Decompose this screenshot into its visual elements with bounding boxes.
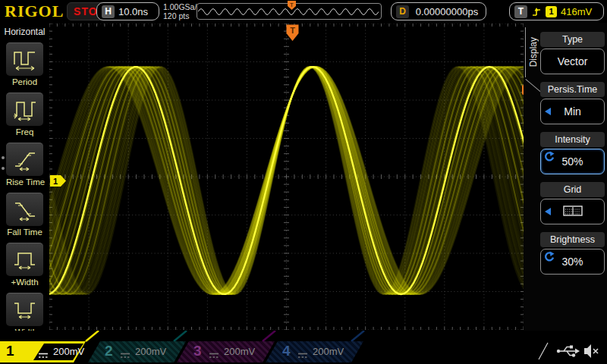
menu-item-value-type[interactable]: Vector (540, 49, 605, 74)
fall-time-icon (6, 193, 43, 226)
delay-box[interactable]: D 0.00000000ps (391, 2, 486, 20)
channel-scale: 200mV (224, 346, 255, 357)
channel-status-bar: 1 200mV 2 200mV 3 200mV (0, 331, 607, 364)
svg-text:T: T (290, 2, 294, 8)
menu-item-value-brightness[interactable]: 30% (540, 249, 605, 275)
minus-width-icon (6, 293, 43, 326)
period-icon (6, 42, 43, 76)
memory-depth: 120 pts (163, 11, 201, 20)
coupling-icon (297, 348, 308, 362)
freq-icon (6, 93, 43, 126)
acquisition-info: 1.00GSa/s 120 pts (163, 2, 201, 20)
menu-item-value-grid[interactable] (540, 199, 605, 224)
trigger-source-badge: 1 (546, 6, 557, 17)
menu-item-persistence: Persis.Time Min (540, 82, 605, 124)
top-bar: RIGOL STOP H 10.0ns 1.00GSa/s 120 pts T … (0, 0, 607, 23)
menu-button-label: +Width (6, 276, 43, 287)
trigger-level-value: 416mV (561, 6, 592, 17)
channel-number: 4 (282, 343, 291, 359)
menu-tab-display: Display (525, 27, 540, 77)
left-sidebar: Horizontal Period Freq (0, 23, 49, 341)
trigger-position-marker-mini[interactable]: T (287, 0, 297, 11)
channel-scale: 200mV (135, 346, 166, 357)
status-divider (539, 343, 548, 359)
menu-item-brightness: Brightness 30% (540, 232, 605, 275)
menu-item-label: Grid (540, 182, 605, 197)
horizontal-badge: H (102, 5, 115, 18)
channel-tab-2[interactable]: 2 200mV (88, 341, 187, 362)
channel-tab-3[interactable]: 3 200mV (177, 341, 276, 362)
coupling-icon (38, 348, 49, 362)
channel-tab-slants (72, 331, 376, 342)
menu-item-type: Type Vector (540, 32, 605, 74)
menu-button-rise-time[interactable]: Rise Time (6, 143, 43, 187)
channel-scale: 200mV (53, 346, 84, 357)
channel-scale: 200mV (313, 346, 344, 357)
speaker-muted-icon (584, 344, 598, 358)
svg-text:1: 1 (53, 177, 58, 186)
delay-badge: D (396, 5, 409, 18)
channel-number: 1 (6, 343, 14, 359)
menu-button-plus-width[interactable]: +Width (6, 243, 43, 287)
menu-item-label: Intensity (540, 132, 605, 147)
trigger-position-marker[interactable]: T (286, 24, 299, 45)
svg-text:T: T (290, 26, 295, 35)
scope-screen[interactable] (49, 24, 524, 330)
menu-button-freq[interactable]: Freq (6, 93, 43, 136)
grid-icon (563, 206, 583, 218)
status-icons (536, 341, 602, 364)
menu-item-label: Brightness (540, 232, 605, 247)
chevron-left-icon (545, 108, 551, 115)
trigger-badge: T (514, 5, 527, 18)
menu-page-dot (2, 167, 5, 170)
menu-button-label: Rise Time (6, 176, 43, 187)
menu-button-fall-time[interactable]: Fall Time (6, 193, 43, 237)
menu-page-dot (2, 156, 5, 159)
timebase-value: 10.0ns (118, 6, 148, 17)
brand-logo: RIGOL (5, 2, 64, 21)
chevron-left-icon (545, 208, 551, 215)
channel-number: 3 (193, 343, 202, 359)
rise-time-icon (6, 143, 43, 176)
knob-rotate-icon (543, 151, 555, 165)
rising-edge-icon (531, 5, 542, 18)
menu-item-label: Persis.Time (540, 82, 605, 97)
menu-item-value-persistence[interactable]: Min (540, 99, 605, 124)
display-tab-divider (525, 79, 541, 92)
oscilloscope-ui: RIGOL STOP H 10.0ns 1.00GSa/s 120 pts T … (0, 0, 607, 364)
channel-tab-4[interactable]: 4 200mV (266, 341, 365, 362)
menu-item-value-intensity[interactable]: 50% (540, 149, 605, 174)
right-menu-panel: Display Type Vector Persis.Time Min Inte… (524, 23, 607, 341)
trigger-box[interactable]: T 1 416mV (509, 2, 604, 20)
usb-icon (557, 346, 580, 357)
menu-button-label: Fall Time (6, 226, 43, 237)
coupling-icon (209, 348, 219, 362)
coupling-icon (120, 348, 131, 362)
knob-rotate-icon (543, 251, 555, 265)
channel-tab-1[interactable]: 1 200mV (0, 341, 99, 362)
menu-item-grid: Grid (540, 182, 605, 224)
channel1-ground-marker[interactable]: 1 (50, 175, 67, 190)
channel-number: 2 (105, 343, 113, 359)
menu-item-label: Type (540, 32, 605, 47)
left-menu-title: Horizontal (0, 23, 49, 37)
plus-width-icon (6, 243, 43, 276)
delay-value: 0.00000000ps (416, 6, 478, 17)
horizontal-timebase-box[interactable]: H 10.0ns (96, 2, 159, 20)
menu-button-label: Period (6, 76, 43, 86)
menu-button-label: Freq (6, 126, 43, 136)
menu-button-period[interactable]: Period (6, 42, 43, 86)
sample-rate: 1.00GSa/s (163, 2, 201, 11)
menu-item-intensity: Intensity 50% (540, 132, 605, 174)
